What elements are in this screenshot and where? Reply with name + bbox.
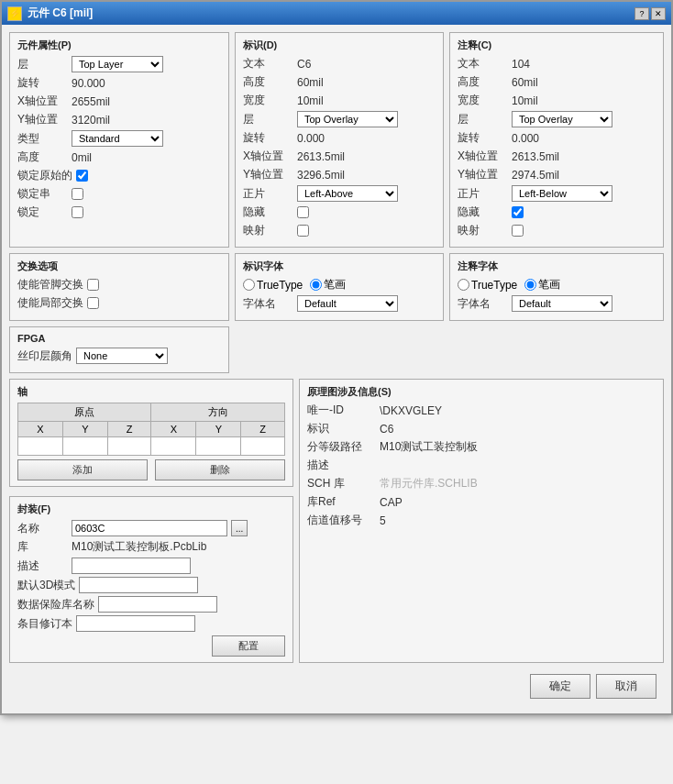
- axis-data-row: [18, 437, 285, 456]
- direction-header: 方向: [151, 403, 285, 422]
- note-font-title: 注释字体: [458, 259, 656, 273]
- top-panels: 元件属性(P) 层 Top Layer 旋转 90.000 X轴位置 2655m…: [9, 32, 664, 248]
- package-3d-input[interactable]: [79, 577, 198, 593]
- notes-width-value: 10mil: [512, 94, 538, 107]
- pin-swap-checkbox[interactable]: [87, 279, 99, 291]
- channel-offset-row: 信道值移号 5: [307, 513, 656, 528]
- height-row: 高度 0mil: [17, 149, 221, 165]
- delete-axis-button[interactable]: 删除: [155, 459, 285, 480]
- sch-lib-label: SCH 库: [307, 476, 376, 491]
- axis-panel: 轴 原点 方向 X Y Z X Y: [9, 379, 293, 487]
- cancel-button[interactable]: 取消: [596, 674, 656, 699]
- close-button[interactable]: ✕: [651, 7, 666, 20]
- notes-mirror-row: 映射: [458, 223, 656, 238]
- notes-text-row: 文本 104: [458, 56, 656, 72]
- sch-label-label: 标识: [307, 421, 376, 436]
- note-stroke-option[interactable]: 笔画: [524, 277, 560, 293]
- notes-layer-select[interactable]: Top Overlay: [512, 111, 612, 127]
- sch-lib-row: SCH 库 常用元件库.SCHLIB: [307, 476, 656, 491]
- label-mirror-label: 映射: [243, 223, 293, 238]
- package-desc-input[interactable]: [72, 558, 191, 574]
- lock-string-checkbox[interactable]: [72, 188, 83, 200]
- label-rotation-value: 0.000: [297, 132, 325, 145]
- dir-x-header: X: [151, 422, 196, 437]
- ok-button[interactable]: 确定: [530, 674, 590, 699]
- notes-mirror-checkbox[interactable]: [512, 225, 524, 237]
- exchange-panel: 交换选项 使能管脚交换 使能局部交换: [9, 253, 229, 321]
- bottom-section: 轴 原点 方向 X Y Z X Y: [9, 379, 664, 663]
- package-revision-label: 条目修订本: [17, 616, 72, 632]
- label-height-label: 高度: [243, 74, 293, 90]
- rotation-value: 90.000: [72, 77, 105, 90]
- label-fontname-row: 字体名 Default: [243, 295, 436, 312]
- label-layer-select[interactable]: Top Overlay: [297, 111, 398, 127]
- channel-offset-label: 信道值移号: [307, 513, 376, 528]
- label-stroke-radio[interactable]: [310, 279, 322, 291]
- component-properties-title: 元件属性(P): [17, 39, 221, 52]
- label-mirror-checkbox[interactable]: [297, 225, 309, 237]
- note-truetype-option[interactable]: TrueType: [458, 279, 517, 292]
- package-lib-value: M10测试工装控制板.PcbLib: [72, 539, 206, 555]
- help-button[interactable]: ?: [634, 7, 649, 20]
- ypos-value: 3120mil: [72, 114, 110, 127]
- hierarchy-path-row: 分等级路径 M10测试工装控制板: [307, 439, 656, 455]
- rotation-label: 旋转: [17, 75, 68, 91]
- lock-checkbox[interactable]: [72, 206, 83, 218]
- notes-layer-row: 层 Top Overlay: [458, 111, 656, 127]
- label-stroke-option[interactable]: 笔画: [310, 277, 346, 293]
- part-swap-checkbox[interactable]: [87, 297, 99, 309]
- label-rotation-row: 旋转 0.000: [243, 130, 436, 146]
- label-mirror-row: 映射: [243, 223, 436, 238]
- label-width-row: 宽度 10mil: [243, 93, 436, 108]
- package-desc-label: 描述: [17, 558, 68, 574]
- label-justify-select[interactable]: Left-Above: [297, 185, 398, 202]
- label-fontname-select[interactable]: Default: [297, 295, 398, 312]
- label-truetype-option[interactable]: TrueType: [243, 279, 303, 292]
- ypos-row: Y轴位置 3120mil: [17, 112, 221, 127]
- axis-dx: [151, 437, 196, 456]
- sch-label-row: 标识 C6: [307, 421, 656, 436]
- label-hidden-checkbox[interactable]: [297, 206, 309, 218]
- silk-layer-label: 丝印层颜角: [17, 348, 72, 364]
- lock-origin-row: 锁定原始的: [17, 168, 221, 183]
- label-text-label: 文本: [243, 56, 293, 72]
- label-truetype-label: TrueType: [257, 279, 303, 292]
- label-layer-label: 层: [243, 112, 293, 127]
- type-select[interactable]: Standard: [72, 130, 163, 147]
- notes-rotation-label: 旋转: [458, 130, 508, 146]
- lock-label: 锁定: [17, 204, 68, 220]
- add-axis-button[interactable]: 添加: [17, 459, 148, 480]
- part-swap-row: 使能局部交换: [17, 295, 221, 311]
- package-vault-input[interactable]: [98, 596, 217, 613]
- notes-hidden-checkbox[interactable]: [512, 206, 524, 218]
- silk-layer-select[interactable]: None: [76, 348, 168, 364]
- label-width-value: 10mil: [297, 94, 324, 107]
- lock-origin-checkbox[interactable]: [76, 170, 88, 182]
- note-truetype-radio[interactable]: [458, 279, 469, 291]
- label-hidden-row: 隐藏: [243, 204, 436, 220]
- axis-oz: [107, 437, 151, 456]
- layer-select[interactable]: Top Layer: [72, 56, 163, 72]
- label-font-radio-group: TrueType 笔画: [243, 277, 436, 293]
- notes-justify-label: 正片: [458, 186, 508, 202]
- sch-label-value: C6: [380, 423, 393, 436]
- package-vault-label: 数据保险库名称: [17, 597, 94, 613]
- package-browse-button[interactable]: ...: [231, 520, 248, 536]
- left-bottom: 轴 原点 方向 X Y Z X Y: [9, 379, 293, 663]
- dir-z-header: Z: [241, 422, 285, 437]
- label-justify-label: 正片: [243, 186, 293, 202]
- label-truetype-radio[interactable]: [243, 279, 255, 291]
- notes-justify-select[interactable]: Left-Below: [512, 185, 612, 202]
- label-hidden-label: 隐藏: [243, 204, 293, 220]
- note-fontname-select[interactable]: Default: [512, 295, 612, 312]
- package-name-input[interactable]: [72, 520, 227, 536]
- notes-rotation-value: 0.000: [512, 132, 539, 145]
- label-ypos-label: Y轴位置: [243, 167, 293, 182]
- notes-height-label: 高度: [458, 74, 508, 90]
- config-button[interactable]: 配置: [212, 635, 285, 657]
- note-stroke-radio[interactable]: [524, 279, 536, 291]
- package-revision-input[interactable]: [76, 615, 195, 632]
- notes-rotation-row: 旋转 0.000: [458, 130, 656, 146]
- origin-header: 原点: [18, 403, 151, 422]
- notes-height-value: 60mil: [512, 76, 538, 89]
